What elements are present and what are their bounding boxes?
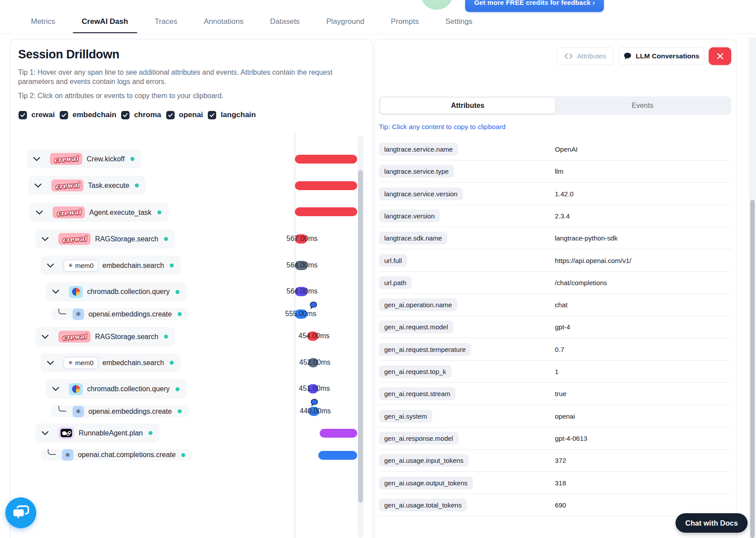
filter-embedchain[interactable]: embedchain <box>60 111 116 119</box>
attribute-key[interactable]: langtrace.service.version <box>379 187 463 200</box>
attribute-value[interactable]: langtrace-python-sdk <box>555 234 618 242</box>
attribute-key[interactable]: gen_ai.usage.input_tokens <box>379 454 469 467</box>
attribute-value[interactable]: 372 <box>555 457 566 464</box>
timeline-scrollbar-thumb[interactable] <box>358 170 363 503</box>
filter-crewai[interactable]: crewai <box>19 111 55 119</box>
attribute-key[interactable]: gen_ai.request.top_k <box>379 365 451 378</box>
checkbox-crewai[interactable] <box>19 111 27 119</box>
span-row-embedchain-search[interactable]: ✳mem0embedchain.search <box>41 256 181 275</box>
chat-widget-button[interactable] <box>5 497 36 528</box>
attribute-key[interactable]: url.full <box>379 254 407 267</box>
span-row-task-execute[interactable]: crewaiTask.execute <box>28 176 146 195</box>
attribute-key[interactable]: langtrace.version <box>379 210 440 222</box>
checkbox-chroma[interactable] <box>121 111 130 119</box>
attribute-key[interactable]: gen_ai.operation.name <box>379 298 457 311</box>
nav-tab-prompts[interactable]: Prompts <box>382 15 428 33</box>
attribute-key[interactable]: url.path <box>379 276 412 289</box>
attribute-row-gen_ai.system: gen_ai.systemopenai <box>379 405 731 427</box>
attribute-value[interactable]: /chat/completions <box>555 279 607 286</box>
attribute-value[interactable]: gpt-4 <box>555 323 570 331</box>
attribute-value[interactable]: OpenAI <box>555 145 578 153</box>
attribute-value[interactable]: 2.3.4 <box>555 212 570 220</box>
nav-tab-crewai-dash[interactable]: CrewAI Dash <box>73 15 137 33</box>
tab-events[interactable]: Events <box>555 98 730 114</box>
attribute-value[interactable]: https://api.openai.com/v1/ <box>555 257 631 264</box>
attribute-key[interactable]: langtrace.service.name <box>379 143 458 156</box>
chevron-down-icon[interactable] <box>47 263 54 268</box>
attribute-value[interactable]: 0.7 <box>555 346 564 353</box>
attribute-key[interactable]: gen_ai.usage.total_tokens <box>379 499 467 511</box>
nav-tab-metrics[interactable]: Metrics <box>22 15 64 33</box>
span-row-ragstorage-search[interactable]: crewaiRAGStorage.search <box>35 327 175 346</box>
checkbox-openai[interactable] <box>166 111 175 119</box>
span-row-chromadb-collection-query[interactable]: chromadb.collection.query <box>46 379 187 399</box>
filter-langchain[interactable]: langchain <box>208 111 256 119</box>
chevron-down-icon[interactable] <box>47 361 54 365</box>
checkbox-langchain[interactable] <box>208 111 216 119</box>
attribute-key[interactable]: gen_ai.request.model <box>379 321 453 333</box>
status-dot <box>149 431 153 435</box>
span-row-ragstorage-search[interactable]: crewaiRAGStorage.search <box>35 229 175 248</box>
span-row-chromadb-collection-query[interactable]: chromadb.collection.query <box>46 282 187 301</box>
attribute-key[interactable]: gen_ai.request.temperature <box>379 343 471 356</box>
span-row-crew-kickoff[interactable]: crewaiCrew.kickoff <box>27 149 141 168</box>
attribute-value[interactable]: 1.42.0 <box>555 190 573 198</box>
attributes-toggle-button[interactable]: Attributes <box>556 47 614 65</box>
attribute-key[interactable]: langtrace.service.type <box>379 165 454 178</box>
page-scrollbar-thumb[interactable] <box>750 200 755 538</box>
llm-conversations-button[interactable]: LLM Conversations <box>619 47 704 65</box>
attribute-value[interactable]: 690 <box>555 501 566 509</box>
timeline-bar-agent-execute-task[interactable] <box>295 207 357 216</box>
span-duration-label: 454.00ms <box>298 332 329 340</box>
attribute-key[interactable]: gen_ai.request.stream <box>379 387 455 400</box>
filter-chroma[interactable]: chroma <box>121 111 161 119</box>
chevron-down-icon[interactable] <box>34 183 42 188</box>
span-row-openai-chat-completions-create[interactable]: ✳openai.chat.completions.create <box>41 449 192 461</box>
attribute-value[interactable]: true <box>555 390 566 397</box>
chevron-down-icon[interactable] <box>52 387 59 391</box>
openai-icon: ✳ <box>62 449 73 461</box>
langchain-icon <box>58 427 74 439</box>
attribute-value[interactable]: chat <box>555 301 568 309</box>
filter-openai[interactable]: openai <box>166 111 203 119</box>
span-name: RAGStorage.search <box>95 333 158 341</box>
top-header: Get more FREE credits for feedback › Met… <box>0 0 756 34</box>
free-credits-button[interactable]: Get more FREE credits for feedback › <box>465 0 604 12</box>
chevron-down-icon[interactable] <box>52 290 59 294</box>
close-button[interactable] <box>709 47 731 65</box>
nav-tab-datasets[interactable]: Datasets <box>261 15 309 33</box>
nav-tab-settings[interactable]: Settings <box>436 15 481 33</box>
nav-tab-traces[interactable]: Traces <box>146 15 186 33</box>
attribute-value[interactable]: 318 <box>555 479 566 487</box>
mem0-icon: ✳mem0 <box>64 260 98 271</box>
chevron-down-icon[interactable] <box>33 157 40 161</box>
attribute-key[interactable]: gen_ai.usage.output_tokens <box>379 477 473 489</box>
crewai-icon: crewai <box>51 179 84 191</box>
tab-attributes[interactable]: Attributes <box>380 98 555 114</box>
chevron-down-icon[interactable] <box>42 335 49 339</box>
span-row-openai-embeddings-create[interactable]: ✳openai.embeddings.create <box>51 405 189 417</box>
attribute-key[interactable]: gen_ai.system <box>379 410 432 423</box>
span-row-embedchain-search[interactable]: ✳mem0embedchain.search <box>41 353 181 372</box>
attribute-value[interactable]: openai <box>555 412 575 420</box>
span-row-agent-execute-task[interactable]: crewaiAgent.execute_task <box>30 203 168 222</box>
nav-tab-annotations[interactable]: Annotations <box>195 15 252 33</box>
span-row-openai-embeddings-create[interactable]: ✳openai.embeddings.create <box>51 308 189 320</box>
attribute-value[interactable]: gpt-4-0613 <box>555 435 587 442</box>
filter-label: langchain <box>221 111 256 119</box>
attribute-value[interactable]: 1 <box>555 368 558 375</box>
checkbox-embedchain[interactable] <box>60 111 68 119</box>
chevron-down-icon[interactable] <box>42 237 49 241</box>
chevron-down-icon[interactable] <box>42 431 49 435</box>
span-row-runnableagent-plan[interactable]: RunnableAgent.plan <box>35 424 160 443</box>
chevron-down-icon[interactable] <box>36 210 43 215</box>
chat-with-docs-button[interactable]: Chat with Docs <box>676 513 748 533</box>
timeline-bar-crew-kickoff[interactable] <box>295 155 357 164</box>
timeline-bar-runnableagent-plan[interactable] <box>320 429 357 438</box>
timeline-bar-openai-chat-completions-create[interactable] <box>318 451 357 460</box>
attribute-key[interactable]: langtrace.sdk.name <box>379 232 447 244</box>
attribute-value[interactable]: llm <box>555 168 563 175</box>
attribute-key[interactable]: gen_ai.response.model <box>379 432 458 445</box>
nav-tab-playground[interactable]: Playground <box>317 15 373 33</box>
timeline-bar-task-execute[interactable] <box>295 181 357 190</box>
